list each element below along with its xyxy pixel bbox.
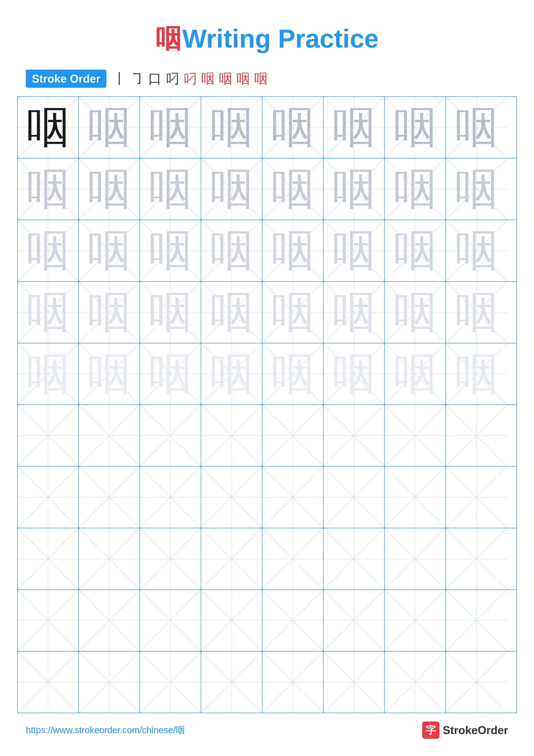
grid-cell-6-5[interactable]	[262, 405, 323, 466]
grid-cell-9-3[interactable]	[140, 590, 201, 651]
grid-cell-5-6[interactable]: 咽	[323, 343, 385, 405]
grid-cell-4-3[interactable]: 咽	[140, 282, 201, 343]
grid-cell-2-1[interactable]: 咽	[18, 158, 79, 220]
grid-cell-9-6[interactable]	[323, 590, 385, 651]
grid-cell-7-5[interactable]	[262, 467, 323, 528]
grid-cell-3-6[interactable]: 咽	[323, 220, 385, 281]
grid-cell-1-4[interactable]: 咽	[201, 97, 262, 158]
grid-cell-8-7[interactable]	[385, 528, 446, 589]
grid-cell-6-8[interactable]	[446, 405, 507, 466]
grid-cell-4-6[interactable]: 咽	[323, 282, 385, 343]
grid-cell-10-7[interactable]	[385, 652, 446, 713]
grid-cell-8-4[interactable]	[201, 528, 262, 589]
grid-cell-9-1[interactable]	[18, 590, 79, 651]
practice-char: 咽	[394, 352, 437, 395]
practice-char: 咽	[455, 229, 498, 272]
grid-cell-3-4[interactable]: 咽	[201, 220, 262, 281]
grid-cell-6-1[interactable]	[18, 405, 79, 466]
grid-cell-6-6[interactable]	[323, 405, 385, 466]
grid-cell-1-3[interactable]: 咽	[140, 97, 201, 158]
grid-cell-7-2[interactable]	[79, 467, 140, 528]
grid-cell-1-5[interactable]: 咽	[262, 97, 323, 158]
grid-cell-6-2[interactable]	[79, 405, 140, 466]
grid-row-1: 咽 咽 咽 咽	[18, 97, 516, 158]
grid-cell-6-3[interactable]	[140, 405, 201, 466]
grid-cell-6-7[interactable]	[385, 405, 446, 466]
grid-cell-10-8[interactable]	[446, 652, 507, 713]
grid-cell-2-7[interactable]: 咽	[385, 158, 446, 220]
practice-char: 咽	[394, 229, 437, 272]
grid-cell-5-8[interactable]: 咽	[446, 343, 507, 405]
grid-cell-7-3[interactable]	[140, 467, 201, 528]
practice-char: 咽	[149, 229, 192, 272]
grid-cell-1-1[interactable]: 咽	[18, 97, 79, 158]
practice-char: 咽	[88, 229, 131, 272]
footer-url[interactable]: https://www.strokeorder.com/chinese/咽	[26, 724, 185, 736]
grid-cell-1-7[interactable]: 咽	[385, 97, 446, 158]
practice-char: 咽	[394, 168, 437, 210]
practice-char: 咽	[455, 106, 498, 149]
grid-cell-4-8[interactable]: 咽	[446, 282, 507, 343]
grid-cell-4-5[interactable]: 咽	[262, 282, 323, 343]
grid-cell-6-4[interactable]	[201, 405, 262, 466]
practice-char: 咽	[88, 106, 131, 149]
grid-cell-10-5[interactable]	[262, 652, 323, 713]
grid-cell-3-1[interactable]: 咽	[18, 220, 79, 281]
grid-cell-10-2[interactable]	[79, 652, 140, 713]
grid-cell-10-1[interactable]	[18, 652, 79, 713]
stroke-4: 叼	[166, 69, 179, 88]
grid-cell-8-1[interactable]	[18, 528, 79, 589]
grid-cell-2-6[interactable]: 咽	[323, 158, 385, 220]
grid-row-5: 咽 咽 咽 咽	[18, 343, 516, 405]
grid-row-6	[18, 405, 516, 467]
grid-cell-7-4[interactable]	[201, 467, 262, 528]
grid-cell-4-2[interactable]: 咽	[79, 282, 140, 343]
grid-cell-9-8[interactable]	[446, 590, 507, 651]
grid-cell-9-2[interactable]	[79, 590, 140, 651]
grid-cell-8-2[interactable]	[79, 528, 140, 589]
grid-cell-5-2[interactable]: 咽	[79, 343, 140, 405]
grid-cell-2-4[interactable]: 咽	[201, 158, 262, 220]
stroke-8: 咽	[237, 69, 250, 88]
grid-cell-2-3[interactable]: 咽	[140, 158, 201, 220]
practice-char: 咽	[271, 106, 314, 149]
grid-cell-10-3[interactable]	[140, 652, 201, 713]
grid-cell-8-6[interactable]	[323, 528, 385, 589]
grid-cell-2-5[interactable]: 咽	[262, 158, 323, 220]
stroke-2: ㇆	[131, 69, 144, 88]
grid-cell-3-7[interactable]: 咽	[385, 220, 446, 281]
grid-cell-4-1[interactable]: 咽	[18, 282, 79, 343]
grid-cell-5-4[interactable]: 咽	[201, 343, 262, 405]
grid-cell-4-4[interactable]: 咽	[201, 282, 262, 343]
grid-cell-3-2[interactable]: 咽	[79, 220, 140, 281]
grid-cell-8-8[interactable]	[446, 528, 507, 589]
practice-char: 咽	[332, 352, 375, 395]
grid-cell-5-1[interactable]: 咽	[18, 343, 79, 405]
grid-cell-3-5[interactable]: 咽	[262, 220, 323, 281]
grid-cell-9-7[interactable]	[385, 590, 446, 651]
grid-cell-7-8[interactable]	[446, 467, 507, 528]
grid-cell-1-2[interactable]: 咽	[79, 97, 140, 158]
grid-cell-5-5[interactable]: 咽	[262, 343, 323, 405]
grid-cell-4-7[interactable]: 咽	[385, 282, 446, 343]
stroke-1: 丨	[113, 69, 126, 88]
grid-cell-9-5[interactable]	[262, 590, 323, 651]
grid-cell-9-4[interactable]	[201, 590, 262, 651]
grid-cell-1-6[interactable]: 咽	[323, 97, 385, 158]
grid-cell-1-8[interactable]: 咽	[446, 97, 507, 158]
grid-cell-7-6[interactable]	[323, 467, 385, 528]
grid-cell-2-8[interactable]: 咽	[446, 158, 507, 220]
grid-cell-3-3[interactable]: 咽	[140, 220, 201, 281]
grid-cell-5-3[interactable]: 咽	[140, 343, 201, 405]
grid-row-2: 咽 咽 咽 咽	[18, 158, 516, 220]
grid-cell-10-6[interactable]	[323, 652, 385, 713]
grid-cell-3-8[interactable]: 咽	[446, 220, 507, 281]
grid-cell-8-3[interactable]	[140, 528, 201, 589]
grid-cell-5-7[interactable]: 咽	[385, 343, 446, 405]
grid-cell-8-5[interactable]	[262, 528, 323, 589]
grid-cell-10-4[interactable]	[201, 652, 262, 713]
grid-cell-2-2[interactable]: 咽	[79, 158, 140, 220]
grid-cell-7-7[interactable]	[385, 467, 446, 528]
grid-cell-7-1[interactable]	[18, 467, 79, 528]
practice-char: 咽	[271, 168, 314, 210]
